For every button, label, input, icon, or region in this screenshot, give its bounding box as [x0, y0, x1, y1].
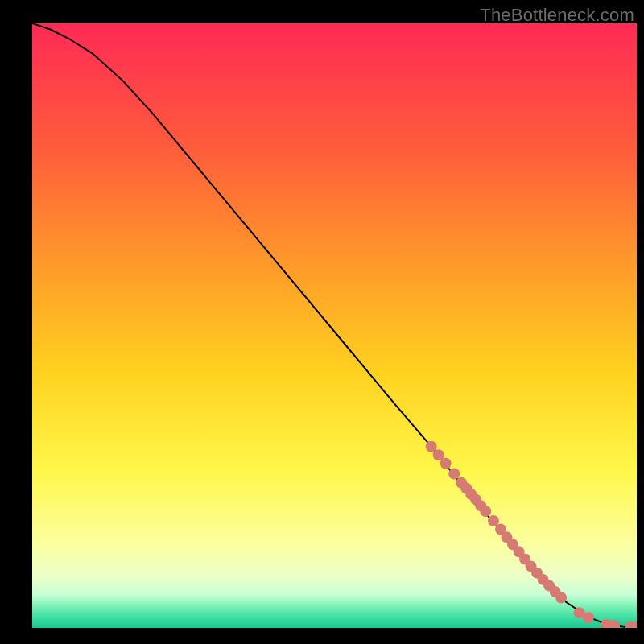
series-dense-dots-point — [440, 458, 452, 469]
series-dense-dots-point — [448, 469, 460, 480]
chart-frame — [32, 23, 637, 628]
chart-plot — [32, 23, 637, 628]
watermark-text: TheBottleneck.com — [480, 5, 634, 26]
series-dense-dots-point — [480, 506, 491, 517]
series-dense-dots-point — [555, 592, 567, 603]
chart-background-gradient — [32, 23, 637, 628]
series-tail-dots-point — [583, 612, 594, 623]
